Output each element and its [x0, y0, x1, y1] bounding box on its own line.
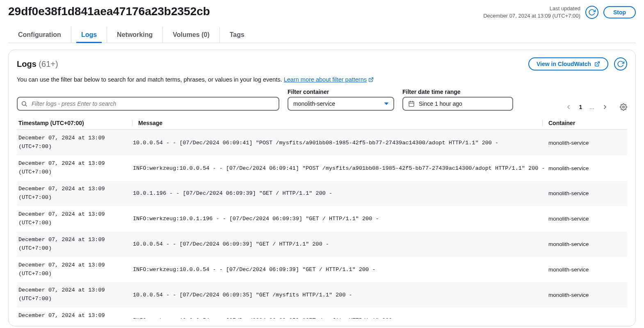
refresh-icon	[588, 9, 596, 16]
panel-description: You can use the filter bar below to sear…	[17, 76, 627, 83]
stop-button[interactable]: Stop	[603, 6, 636, 18]
external-link-icon	[368, 77, 374, 82]
filter-date-label: Filter date time range	[402, 89, 513, 95]
cell-message: 10.0.0.54 - - [07/Dec/2024 06:09:39] "GE…	[130, 241, 545, 247]
table-row[interactable]: December 07, 2024 at 13:09 (UTC+7:00)INF…	[17, 257, 627, 282]
cell-container: monolith-service	[545, 266, 627, 273]
tab-bar: Configuration Logs Networking Volumes (0…	[8, 27, 636, 43]
cell-container: monolith-service	[545, 241, 627, 247]
cell-message: INFO:werkzeug:10.0.0.54 - - [07/Dec/2024…	[130, 165, 545, 171]
filter-search-wrap	[17, 97, 279, 111]
refresh-button[interactable]	[585, 6, 598, 19]
column-divider	[542, 120, 543, 126]
cell-timestamp: December 07, 2024 at 13:09 (UTC+7:00)	[17, 236, 130, 253]
filter-logs-input[interactable]	[17, 97, 279, 111]
tab-networking[interactable]: Networking	[107, 27, 163, 43]
table-row[interactable]: December 07, 2024 at 13:09 (UTC+7:00)INF…	[17, 206, 627, 232]
pager-prev[interactable]	[565, 104, 572, 110]
learn-more-label: Learn more about filter patterns	[284, 76, 367, 83]
column-divider	[132, 120, 132, 126]
filter-date-value: Since 1 hour ago	[419, 100, 462, 107]
cell-container: monolith-service	[545, 216, 627, 222]
cell-message: INFO:werkzeug:10.0.1.196 - - [07/Dec/202…	[130, 216, 545, 222]
cell-timestamp: December 07, 2024 at 13:09 (UTC+7:00)	[17, 210, 130, 228]
table-row[interactable]: December 07, 2024 at 13:09 (UTC+7:00)10.…	[17, 282, 627, 308]
filter-container-label: Filter container	[288, 89, 394, 95]
col-header-message[interactable]: Message	[135, 120, 540, 126]
panel-title: Logs (61+)	[17, 59, 58, 69]
view-in-cloudwatch-button[interactable]: View in CloudWatch	[528, 57, 608, 71]
pager-next[interactable]	[602, 104, 608, 110]
tab-tags[interactable]: Tags	[220, 27, 254, 43]
pager-current: 1	[579, 104, 582, 110]
table-settings-button[interactable]	[620, 103, 627, 111]
filter-container-value: monolith-service	[293, 100, 335, 107]
logs-panel: Logs (61+) View in CloudWatch You can	[8, 50, 636, 326]
cell-container: monolith-service	[545, 190, 627, 196]
cell-container: monolith-service	[545, 165, 627, 171]
cell-timestamp: December 07, 2024 at 13:09 (UTC+7:00)	[17, 312, 130, 319]
refresh-logs-button[interactable]	[614, 57, 627, 71]
panel-count: (61+)	[39, 59, 58, 68]
cell-timestamp: December 07, 2024 at 13:09 (UTC+7:00)	[17, 261, 130, 278]
tab-configuration[interactable]: Configuration	[8, 27, 71, 43]
cell-message: 10.0.1.196 - - [07/Dec/2024 06:09:39] "G…	[130, 190, 545, 196]
table-row[interactable]: December 07, 2024 at 13:09 (UTC+7:00)10.…	[17, 232, 627, 257]
learn-more-link[interactable]: Learn more about filter patterns	[284, 76, 374, 83]
cell-timestamp: December 07, 2024 at 13:09 (UTC+7:00)	[17, 134, 130, 151]
panel-description-text: You can use the filter bar below to sear…	[17, 76, 284, 83]
svg-line-1	[370, 78, 373, 80]
table-row[interactable]: December 07, 2024 at 13:09 (UTC+7:00)INF…	[17, 155, 627, 181]
view-in-cloudwatch-label: View in CloudWatch	[537, 61, 591, 67]
logs-table: Timestamp (UTC+07:00) Message Container …	[17, 116, 627, 319]
filter-date-range[interactable]: Since 1 hour ago	[402, 97, 513, 111]
table-row[interactable]: December 07, 2024 at 13:09 (UTC+7:00)10.…	[17, 181, 627, 206]
search-icon	[21, 100, 27, 107]
last-updated-label: Last updated	[483, 5, 580, 12]
pager-overflow: ...	[589, 104, 594, 110]
tab-logs[interactable]: Logs	[71, 27, 107, 43]
calendar-icon	[408, 100, 415, 107]
cell-message: 10.0.0.54 - - [07/Dec/2024 06:09:41] "PO…	[130, 140, 545, 146]
svg-line-0	[597, 62, 599, 64]
external-link-icon	[594, 61, 600, 67]
col-header-timestamp[interactable]: Timestamp (UTC+07:00)	[17, 120, 130, 126]
cell-message: INFO:werkzeug:10.0.0.54 - - [07/Dec/2024…	[130, 317, 545, 319]
table-row[interactable]: December 07, 2024 at 13:09 (UTC+7:00)10.…	[17, 130, 627, 155]
svg-rect-4	[409, 102, 414, 107]
cell-container: monolith-service	[545, 140, 627, 146]
svg-line-3	[25, 105, 27, 106]
page-title: 29df0e38f1d841aea47176a23b2352cb	[8, 5, 210, 18]
cell-message: INFO:werkzeug:10.0.0.54 - - [07/Dec/2024…	[130, 266, 545, 273]
cell-message: 10.0.0.54 - - [07/Dec/2024 06:09:35] "GE…	[130, 292, 545, 298]
gear-icon	[620, 103, 627, 111]
filter-container-select[interactable]: monolith-service	[288, 97, 394, 111]
svg-point-8	[623, 106, 625, 108]
cell-timestamp: December 07, 2024 at 13:09 (UTC+7:00)	[17, 185, 130, 202]
table-row[interactable]: December 07, 2024 at 13:09 (UTC+7:00)INF…	[17, 308, 627, 319]
col-header-container[interactable]: Container	[545, 120, 627, 126]
cell-timestamp: December 07, 2024 at 13:09 (UTC+7:00)	[17, 159, 130, 177]
cell-container: monolith-service	[545, 317, 627, 319]
cell-container: monolith-service	[545, 292, 627, 298]
cell-timestamp: December 07, 2024 at 13:09 (UTC+7:00)	[17, 286, 130, 303]
last-updated-value: December 07, 2024 at 13:09 (UTC+7:00)	[483, 12, 580, 20]
refresh-icon	[617, 60, 624, 68]
last-updated: Last updated December 07, 2024 at 13:09 …	[483, 5, 580, 20]
chevron-down-icon	[384, 101, 389, 107]
tab-volumes[interactable]: Volumes (0)	[163, 27, 220, 43]
panel-title-text: Logs	[17, 59, 37, 68]
